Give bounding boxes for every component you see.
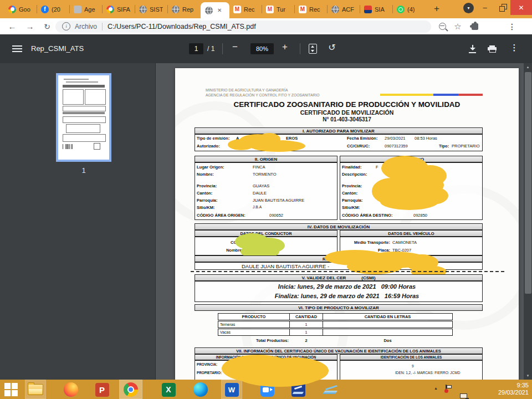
browser-menu-kebab-icon[interactable]: ⋮ — [505, 18, 519, 34]
doc-subtitle: CERTIFICADO DE MOVILIZACIÓN — [175, 109, 519, 116]
field-label: Cantón: — [197, 191, 212, 196]
taskbar-clock[interactable]: 9:35 29/03/2021 — [498, 382, 529, 396]
page-number-input[interactable]: 1 — [189, 43, 203, 54]
info-icon[interactable]: i — [62, 22, 70, 30]
thumb-sketch-box — [85, 89, 106, 105]
tab-label: (20 — [52, 6, 60, 13]
new-tab-button[interactable]: + — [430, 2, 443, 16]
redaction-blob — [250, 140, 305, 152]
field-label: PROVINCIA: — [197, 362, 217, 366]
page-thumbnail[interactable] — [58, 75, 109, 160]
reload-icon[interactable]: ↻ — [40, 18, 54, 34]
chrome-icon[interactable] — [123, 382, 139, 397]
pdf-more-kebab-icon[interactable]: ⋮ — [508, 43, 521, 53]
action-center-flag-icon[interactable] — [446, 385, 453, 392]
restore-icon — [499, 6, 505, 12]
scrollbar-thumb[interactable] — [525, 72, 531, 294]
zoom-out-page-icon[interactable] — [436, 18, 448, 34]
thumb-sketch-box — [63, 134, 106, 142]
url-path: C:/Users/PC-11/Downloads/Rep_CSMI_ATS.pd… — [108, 23, 256, 30]
print-icon[interactable] — [488, 45, 497, 53]
rotate-icon[interactable]: ↺ — [326, 42, 338, 53]
magnifier-icon — [439, 23, 446, 30]
field-value: J.B.A — [253, 205, 262, 209]
pdf-menu-icon[interactable] — [12, 45, 22, 47]
validity-start: Inicia: lunes, 29 de marzo de 2021 09:00… — [175, 283, 519, 290]
inicia-label: Inicia: — [278, 283, 296, 290]
edge-icon[interactable] — [193, 382, 208, 397]
pdf-viewport[interactable]: MINISTERIO DE AGRICULTURA Y GANADERÍA AG… — [155, 63, 524, 380]
field-value: 092850 — [413, 213, 427, 218]
field-label: Provincia: — [197, 183, 217, 188]
field-value: DAULE — [253, 191, 267, 196]
tab-close-icon[interactable]: ✕ — [217, 7, 222, 13]
word-icon[interactable]: W — [224, 382, 239, 397]
tab-age[interactable]: Age — [70, 0, 103, 18]
section1-header: I. AUTORIZADO PARA MOVILIZAR — [195, 127, 483, 134]
browser-address-bar: ← → ↻ i Archivo C:/Users/PC-11/Downloads… — [0, 18, 532, 34]
forward-icon[interactable]: → — [23, 18, 37, 34]
back-icon[interactable]: ← — [6, 18, 19, 34]
flatbed-scanner-icon — [323, 383, 338, 397]
fit-to-page-icon[interactable] — [309, 44, 317, 54]
excel-icon[interactable]: X — [161, 382, 176, 397]
section7-right-box — [340, 360, 483, 380]
tab-whatsapp[interactable]: (4) — [393, 0, 426, 18]
thumb-qr — [94, 143, 100, 150]
tab-sifa[interactable]: SIFA — [103, 0, 135, 18]
tab-gmail-3[interactable]: Rec — [295, 0, 328, 18]
scroll-down-icon[interactable]: ▼ — [524, 372, 532, 380]
tab-label: Tur — [277, 6, 285, 13]
zoom-in-button[interactable]: + — [278, 42, 291, 53]
ministry-line2: AGENCIA DE REGULACIÓN Y CONTROL FITO Y Z… — [206, 93, 320, 98]
window-restore-button[interactable] — [494, 0, 510, 15]
toolbar-divider — [222, 43, 223, 54]
section2-header: II. ORIGEN — [195, 156, 337, 162]
field-label: Sitio/KM: — [342, 205, 360, 210]
sia-favicon — [364, 6, 372, 13]
tab-google[interactable]: Goo — [4, 0, 37, 18]
tab-search-button[interactable]: ▾ — [463, 3, 474, 13]
section4-vehiculo-header: DATOS DEL VEHÍCULO — [340, 230, 483, 237]
vertical-scrollbar[interactable]: ▲ ▼ — [524, 63, 532, 380]
scan-utility-icon[interactable] — [323, 382, 338, 397]
tray-chevron-icon[interactable]: ▲ — [434, 386, 438, 390]
bookmark-star-icon[interactable]: ☆ — [451, 18, 464, 34]
windows-logo-icon — [4, 383, 18, 396]
tab-sia[interactable]: SIA — [360, 0, 393, 18]
tab-active-pdf[interactable]: ✕ — [201, 2, 229, 18]
field-value: F — [376, 165, 378, 170]
tab-rep[interactable]: Rep — [168, 0, 201, 18]
field-value: FINCA — [253, 165, 265, 170]
tab-sist[interactable]: SIST — [135, 0, 168, 18]
tab-facebook[interactable]: (20 — [37, 0, 70, 18]
tab-acf[interactable]: ACF — [328, 0, 360, 18]
file-explorer-icon[interactable] — [28, 382, 43, 397]
clock-date: 29/03/2021 — [498, 389, 529, 396]
globe-favicon — [331, 6, 339, 13]
window-minimize-button[interactable]: – — [477, 0, 493, 15]
browser-tab-strip: Goo (20 Age SIFA SIST Rep ✕ Rec Tur Rec … — [0, 0, 532, 18]
globe-favicon — [172, 6, 180, 13]
total-label: Total Productos: — [218, 338, 289, 343]
start-button[interactable] — [3, 382, 19, 397]
scroll-up-icon[interactable]: ▲ — [524, 63, 532, 71]
tab-gmail-2[interactable]: Tur — [262, 0, 295, 18]
doc-title: CERTIFICADO ZOOSANITARIO DE PRODUCCIÓN Y… — [175, 100, 519, 109]
window-close-button[interactable]: ✕ — [510, 0, 532, 15]
table-cell: 1 — [289, 329, 323, 336]
extensions-icon[interactable] — [468, 18, 482, 34]
zoom-level-value[interactable]: 80% — [250, 43, 274, 54]
gmail-favicon — [266, 6, 274, 13]
section5-header: V. VALIDEZ DEL CER(CSMI) — [195, 274, 483, 281]
inicia-time: 09:00 Horas — [381, 283, 416, 290]
download-icon[interactable] — [468, 45, 477, 53]
omnibox[interactable]: i Archivo C:/Users/PC-11/Downloads/Rep_C… — [55, 21, 431, 33]
puzzle-icon — [472, 23, 478, 30]
firefox-icon[interactable] — [63, 382, 79, 397]
tab-label: ACF — [342, 6, 354, 13]
zoom-out-button[interactable]: − — [228, 42, 242, 53]
tab-gmail-1[interactable]: Rec — [229, 0, 262, 18]
network-icon[interactable] — [460, 393, 468, 399]
powerpoint-icon[interactable]: P — [94, 382, 110, 397]
